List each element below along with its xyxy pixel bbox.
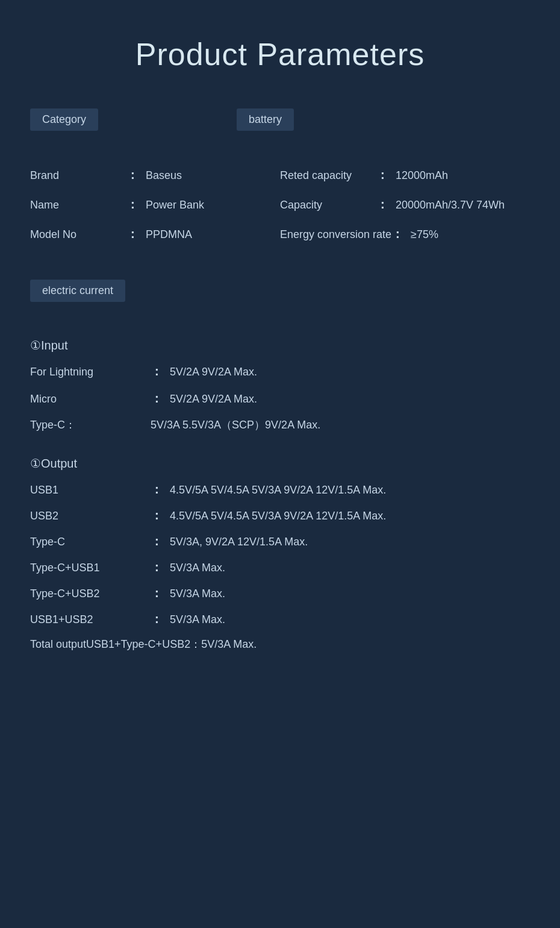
output-label: USB2 — [30, 510, 151, 522]
output-value: 5V/3A Max. — [170, 613, 225, 626]
param-colon: ： — [376, 167, 388, 183]
output-colon: ： — [151, 559, 163, 575]
output-label: Total outputUSB1+Type-C+USB2： — [30, 637, 201, 651]
param-value: 20000mAh/3.7V 74Wh — [396, 199, 505, 212]
param-label: Capacity — [280, 199, 376, 212]
output-colon: ： — [151, 585, 163, 601]
param-label: Name — [30, 199, 126, 212]
input-value: 5V/2A 9V/2A Max. — [170, 393, 257, 406]
output-colon: ： — [151, 611, 163, 627]
page-title: Product Parameters — [30, 36, 530, 72]
param-row: Name ： Power Bank — [30, 196, 280, 213]
output-colon: ： — [151, 507, 163, 524]
input-label: Type-C： — [30, 418, 151, 432]
param-row: Brand ： Baseus — [30, 167, 280, 183]
param-value: ≥75% — [411, 228, 438, 241]
output-row: USB1 ： 4.5V/5A 5V/4.5A 5V/3A 9V/2A 12V/1… — [30, 481, 530, 498]
param-value: 12000mAh — [396, 169, 448, 182]
output-label: Type-C+USB2 — [30, 588, 151, 600]
output-value: 5V/3A Max. — [170, 562, 225, 574]
output-row: Total outputUSB1+Type-C+USB2： 5V/3A Max. — [30, 637, 530, 651]
input-row: Type-C： 5V/3A 5.5V/3A（SCP）9V/2A Max. — [30, 418, 530, 432]
output-colon: ： — [151, 481, 163, 498]
output-colon: ： — [151, 533, 163, 550]
param-row: Energy conversion rate ： ≥75% — [280, 226, 530, 242]
input-colon: ： — [151, 390, 163, 407]
input-label: Micro — [30, 393, 151, 406]
param-colon: ： — [376, 196, 388, 213]
output-value: 5V/3A Max. — [170, 588, 225, 600]
electric-badge: electric current — [30, 280, 125, 302]
output-row: Type-C+USB2 ： 5V/3A Max. — [30, 585, 530, 601]
output-row: USB1+USB2 ： 5V/3A Max. — [30, 611, 530, 627]
input-label: For Lightning — [30, 366, 151, 378]
param-value: Baseus — [146, 169, 182, 182]
battery-badge: battery — [237, 108, 294, 131]
input-value: 5V/3A 5.5V/3A（SCP）9V/2A Max. — [151, 418, 320, 432]
output-row: Type-C ： 5V/3A, 9V/2A 12V/1.5A Max. — [30, 533, 530, 550]
param-colon: ： — [126, 167, 138, 183]
category-params-col: Brand ： Baseus Name ： Power Bank Model N… — [30, 167, 280, 256]
param-value: PPDMNA — [146, 228, 192, 241]
category-battery-header: Category battery — [30, 108, 530, 149]
output-row: USB2 ： 4.5V/5A 5V/4.5A 5V/3A 9V/2A 12V/1… — [30, 507, 530, 524]
input-row: For Lightning ： 5V/2A 9V/2A Max. — [30, 363, 530, 380]
input-row: Micro ： 5V/2A 9V/2A Max. — [30, 390, 530, 407]
input-value: 5V/2A 9V/2A Max. — [170, 366, 257, 378]
input-colon: ： — [151, 363, 163, 380]
param-label: Brand — [30, 169, 126, 182]
category-badge: Category — [30, 108, 98, 131]
input-title: ①Input — [30, 338, 530, 353]
output-label: USB1+USB2 — [30, 613, 151, 626]
output-value: 4.5V/5A 5V/4.5A 5V/3A 9V/2A 12V/1.5A Max… — [170, 484, 386, 497]
param-colon: ： — [126, 196, 138, 213]
param-row: Reted capacity ： 12000mAh — [280, 167, 530, 183]
output-value: 5V/3A, 9V/2A 12V/1.5A Max. — [170, 536, 308, 548]
category-battery-params: Brand ： Baseus Name ： Power Bank Model N… — [30, 167, 530, 256]
param-colon: ： — [391, 226, 403, 242]
param-label: Reted capacity — [280, 169, 376, 182]
param-row: Model No ： PPDMNA — [30, 226, 280, 242]
param-label: Model No — [30, 228, 126, 241]
output-label: Type-C+USB1 — [30, 562, 151, 574]
electric-section: electric current ①Input For Lightning ： … — [30, 280, 530, 651]
param-value: Power Bank — [146, 199, 204, 212]
output-label: USB1 — [30, 484, 151, 497]
param-row: Capacity ： 20000mAh/3.7V 74Wh — [280, 196, 530, 213]
battery-params-col: Reted capacity ： 12000mAh Capacity ： 200… — [280, 167, 530, 256]
output-value: 5V/3A Max. — [201, 638, 257, 651]
output-value: 4.5V/5A 5V/4.5A 5V/3A 9V/2A 12V/1.5A Max… — [170, 510, 386, 522]
param-label: Energy conversion rate — [280, 228, 391, 241]
output-row: Type-C+USB1 ： 5V/3A Max. — [30, 559, 530, 575]
output-label: Type-C — [30, 536, 151, 548]
output-title: ①Output — [30, 456, 530, 471]
param-colon: ： — [126, 226, 138, 242]
